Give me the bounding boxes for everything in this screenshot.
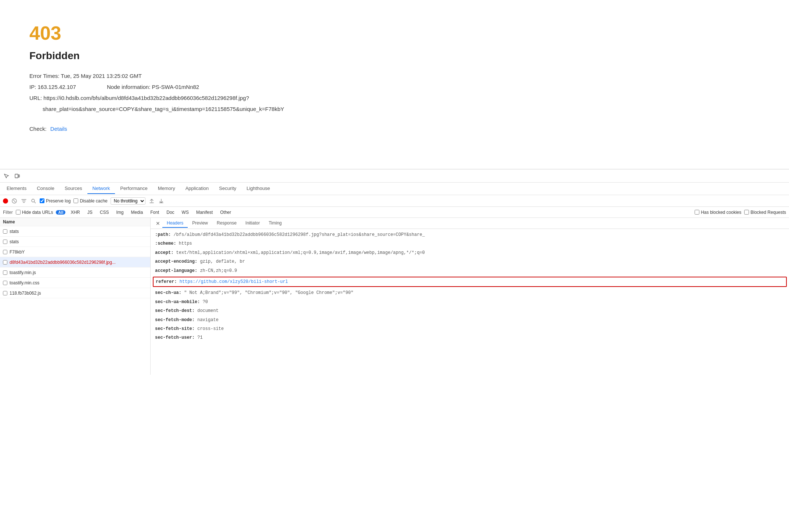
check-label: Check: [29, 126, 47, 132]
tab-lighthouse[interactable]: Lighthouse [241, 183, 275, 194]
file-item-stats-2[interactable]: stats [0, 237, 150, 247]
preserve-log-label[interactable]: Preserve log [40, 198, 71, 204]
file-name-toastify-css: toastify.min.css [10, 280, 147, 285]
svg-rect-0 [15, 174, 18, 178]
svg-rect-1 [18, 175, 19, 177]
blocked-requests-text: Blocked Requests [750, 210, 786, 215]
header-value-accept-encoding: gzip, deflate, br [200, 259, 245, 264]
download-icon[interactable] [158, 198, 165, 204]
record-button[interactable] [3, 198, 8, 204]
blocked-requests-label[interactable]: Blocked Requests [744, 210, 786, 215]
disable-cache-checkbox[interactable] [73, 198, 78, 203]
filter-manifest[interactable]: Manifest [194, 209, 215, 215]
devtools-panel: Elements Console Sources Network Perform… [0, 169, 789, 375]
filter-icon[interactable] [21, 198, 27, 204]
filter-font[interactable]: Font [148, 209, 161, 215]
headers-sub-tabs: ✕ Headers Preview Response Initiator Tim… [151, 218, 789, 229]
file-checkbox-jpg[interactable] [3, 260, 7, 265]
filter-img[interactable]: Img [114, 209, 126, 215]
has-blocked-cookies-checkbox[interactable] [695, 210, 699, 215]
select-element-icon[interactable] [3, 173, 10, 179]
throttle-select[interactable]: No throttling [111, 197, 145, 205]
clear-icon[interactable] [11, 198, 18, 204]
file-item-f78kby[interactable]: F78kbY [0, 247, 150, 257]
hide-data-urls-label[interactable]: Hide data URLs [16, 210, 53, 215]
filter-media[interactable]: Media [129, 209, 145, 215]
file-checkbox-118-js[interactable] [3, 291, 7, 295]
check-details-link[interactable]: Details [50, 126, 67, 132]
headers-tab-headers[interactable]: Headers [162, 219, 188, 228]
all-badge[interactable]: All [56, 210, 65, 215]
filter-bar: Filter Hide data URLs All XHR JS CSS Img… [0, 207, 789, 218]
header-value-referer: https://github.com/xlzy520/bili-short-ur… [180, 279, 288, 284]
url-params-line: share_plat=ios&share_source=COPY&share_t… [29, 104, 760, 115]
file-name-118-js: 118.fb73b062.js [10, 291, 147, 296]
tab-application[interactable]: Application [180, 183, 214, 194]
blocked-requests-checkbox[interactable] [744, 210, 749, 215]
tab-network[interactable]: Network [87, 183, 115, 194]
error-info: Error Times: Tue, 25 May 2021 13:25:02 G… [29, 71, 760, 134]
tab-security[interactable]: Security [214, 183, 241, 194]
filter-xhr[interactable]: XHR [68, 209, 82, 215]
headers-tab-initiator[interactable]: Initiator [241, 219, 264, 228]
filter-js[interactable]: JS [85, 209, 95, 215]
file-item-toastify-js[interactable]: toastify.min.js [0, 267, 150, 278]
tab-performance[interactable]: Performance [115, 183, 152, 194]
hide-data-urls-checkbox[interactable] [16, 210, 21, 215]
header-key-scheme: :scheme: [155, 241, 179, 246]
upload-icon[interactable] [148, 198, 155, 204]
header-value-sec-ch-ua: " Not A;Brand";v="99", "Chromium";v="90"… [184, 290, 353, 295]
header-row-sec-fetch-user: sec-fetch-user: ?1 [155, 333, 785, 342]
file-item-stats-1[interactable]: stats [0, 226, 150, 237]
file-checkbox-toastify-css[interactable] [3, 281, 7, 285]
filter-label: Filter [3, 210, 13, 215]
header-key-sec-ch-ua: sec-ch-ua: [155, 290, 184, 295]
hide-data-urls-text: Hide data URLs [22, 210, 53, 215]
tab-memory[interactable]: Memory [153, 183, 180, 194]
header-row-accept-encoding: accept-encoding: gzip, deflate, br [155, 257, 785, 266]
tab-elements[interactable]: Elements [1, 183, 32, 194]
filter-other[interactable]: Other [218, 209, 233, 215]
file-checkbox-f78kby[interactable] [3, 250, 7, 254]
page-content: 403 Forbidden Error Times: Tue, 25 May 2… [0, 0, 789, 169]
has-blocked-cookies-label[interactable]: Has blocked cookies [695, 210, 741, 215]
error-times-label: Error Times: [29, 73, 60, 79]
error-title: Forbidden [29, 50, 760, 62]
tab-sources[interactable]: Sources [60, 183, 87, 194]
file-item-118-js[interactable]: 118.fb73b062.js [0, 288, 150, 298]
header-key-sec-fetch-user: sec-fetch-user: [155, 335, 197, 340]
file-name-stats-1: stats [10, 229, 147, 234]
header-row-accept-language: accept-language: zh-CN,zh;q=0.9 [155, 266, 785, 275]
file-item-jpg[interactable]: d8fd43a41bd32b22addbb966036c582d1296298f… [0, 257, 150, 267]
devtools-tab-bar: Elements Console Sources Network Perform… [0, 183, 789, 195]
file-list-header: Name [0, 218, 150, 226]
header-row-path: :path: /bfs/album/d8fd43a41bd32b22addbb9… [155, 230, 785, 239]
close-panel-btn[interactable]: ✕ [154, 220, 162, 226]
file-item-toastify-css[interactable]: toastify.min.css [0, 278, 150, 288]
headers-tab-preview[interactable]: Preview [188, 219, 212, 228]
ip-value: 163.125.42.107 [38, 84, 76, 90]
header-key-path: :path: [155, 232, 173, 237]
file-name-jpg: d8fd43a41bd32b22addbb966036c582d1296298f… [10, 260, 147, 265]
has-blocked-cookies-text: Has blocked cookies [701, 210, 741, 215]
search-icon[interactable] [30, 198, 37, 204]
device-toggle-icon[interactable] [14, 173, 21, 179]
file-checkbox-toastify-js[interactable] [3, 270, 7, 275]
disable-cache-label[interactable]: Disable cache [73, 198, 107, 204]
devtools-top-toolbar [0, 169, 789, 183]
filter-ws[interactable]: WS [180, 209, 191, 215]
main-panel: Name stats stats F78kbY d8fd43a41bd32b22… [0, 218, 789, 375]
filter-css[interactable]: CSS [98, 209, 111, 215]
filter-doc[interactable]: Doc [164, 209, 176, 215]
headers-content: :path: /bfs/album/d8fd43a41bd32b22addbb9… [151, 229, 789, 344]
headers-tab-response[interactable]: Response [212, 219, 241, 228]
preserve-log-checkbox[interactable] [40, 198, 44, 203]
header-value-sec-fetch-mode: navigate [197, 317, 219, 323]
headers-tab-timing[interactable]: Timing [264, 219, 286, 228]
error-times-line: Error Times: Tue, 25 May 2021 13:25:02 G… [29, 71, 760, 82]
header-key-accept: accept: [155, 250, 176, 255]
file-checkbox-stats-2[interactable] [3, 240, 7, 244]
header-value-accept-language: zh-CN,zh;q=0.9 [200, 268, 237, 273]
tab-console[interactable]: Console [32, 183, 60, 194]
file-checkbox-stats-1[interactable] [3, 229, 7, 234]
